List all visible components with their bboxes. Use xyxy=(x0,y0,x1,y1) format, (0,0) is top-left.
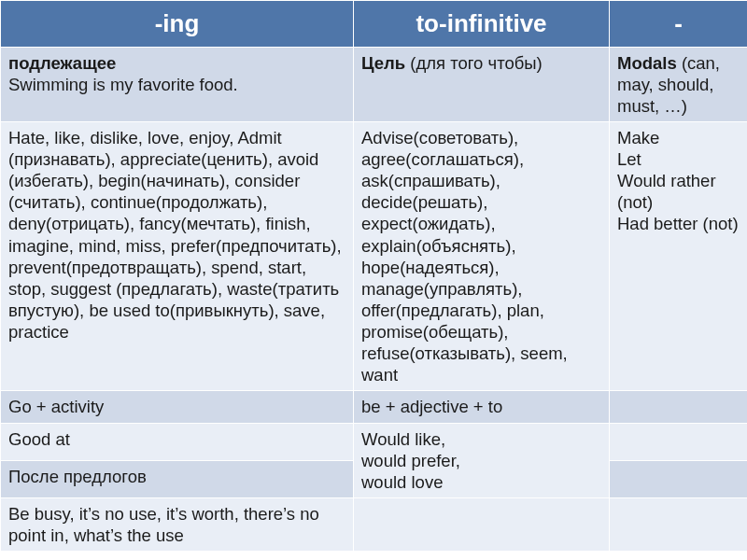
cell-ing: Be busy, it’s no use, it’s worth, there’… xyxy=(1,497,354,551)
table-row: Hate, like, dislike, love, enjoy, Admit … xyxy=(1,121,748,391)
cell-inf: Would like,would prefer,would love xyxy=(354,423,610,497)
cell-inf: Advise(советовать), agree(соглашаться), … xyxy=(354,121,610,391)
cell-ing: Go + activity xyxy=(1,391,354,423)
cell-bare xyxy=(610,497,748,551)
cell-ing: Hate, like, dislike, love, enjoy, Admit … xyxy=(1,121,354,391)
header-inf: to-infinitive xyxy=(354,1,610,48)
cell-inf xyxy=(354,497,610,551)
cell-ing: После предлогов xyxy=(1,460,354,497)
table-row: подлежащееSwimming is my favorite food.Ц… xyxy=(1,47,748,121)
grammar-table: -ing to-infinitive - подлежащееSwimming … xyxy=(0,0,747,552)
table-body: подлежащееSwimming is my favorite food.Ц… xyxy=(1,47,748,552)
cell-inf: Цель (для того чтобы) xyxy=(354,47,610,121)
cell-bare: MakeLetWould rather (not)Had better (not… xyxy=(610,121,748,391)
cell-ing: подлежащееSwimming is my favorite food. xyxy=(1,47,354,121)
cell-inf: be + adjective + to xyxy=(354,391,610,423)
cell-ing: Good at xyxy=(1,423,354,460)
cell-bare xyxy=(610,391,748,423)
table-row: Be busy, it’s no use, it’s worth, there’… xyxy=(1,497,748,551)
header-bare: - xyxy=(610,1,748,48)
cell-bare xyxy=(610,460,748,497)
cell-bare: Modals (can, may, should, must, …) xyxy=(610,47,748,121)
table-row: Good atWould like,would prefer,would lov… xyxy=(1,423,748,460)
table-row: Go + activitybe + adjective + to xyxy=(1,391,748,423)
header-row: -ing to-infinitive - xyxy=(1,1,748,48)
cell-bare xyxy=(610,423,748,460)
header-ing: -ing xyxy=(1,1,354,48)
